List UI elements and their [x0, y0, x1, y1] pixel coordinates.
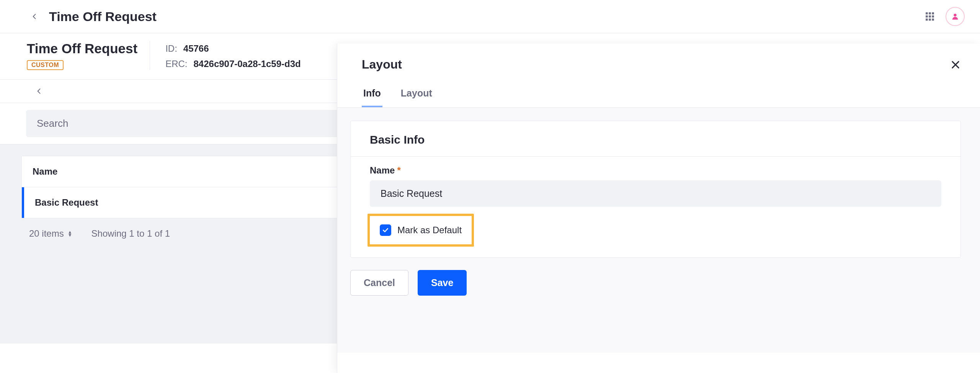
highlighted-default: Mark as Default	[368, 214, 474, 247]
object-meta: ID: 45766 ERC: 8426c907-0a28-1c59-d3d	[165, 41, 301, 69]
apps-icon[interactable]	[925, 11, 935, 21]
meta-id: ID: 45766	[165, 43, 301, 54]
name-label-row: Name *	[370, 165, 941, 176]
topbar-right	[925, 7, 965, 26]
tab-info[interactable]: Info	[362, 82, 382, 107]
avatar[interactable]	[946, 7, 965, 26]
save-button[interactable]: Save	[418, 270, 467, 296]
row-name: Basic Request	[35, 197, 98, 208]
meta-erc: ERC: 8426c907-0a28-1c59-d3d	[165, 59, 301, 69]
svg-rect-8	[932, 18, 934, 20]
panel-body: Basic Info Name * Mark as Default	[337, 108, 980, 353]
erc-value: 8426c907-0a28-1c59-d3d	[193, 59, 301, 69]
default-checkbox[interactable]	[380, 224, 391, 236]
id-value: 45766	[183, 43, 209, 54]
panel-tabs: Info Layout	[337, 82, 980, 108]
back-icon[interactable]	[31, 13, 38, 20]
page-title: Time Off Request	[49, 9, 157, 24]
subbar-back-icon[interactable]	[35, 87, 43, 95]
topbar: Time Off Request	[0, 0, 980, 33]
svg-rect-6	[926, 18, 928, 20]
svg-rect-3	[926, 15, 928, 17]
svg-rect-1	[929, 12, 931, 14]
svg-rect-7	[929, 18, 931, 20]
panel-actions: Cancel Save	[350, 270, 961, 296]
check-icon	[382, 226, 389, 234]
required-star: *	[397, 165, 400, 176]
close-icon[interactable]	[950, 59, 961, 70]
side-panel: Layout Info Layout Basic Info Name *	[337, 44, 980, 373]
custom-badge: CUSTOM	[27, 60, 64, 70]
panel-title: Layout	[362, 57, 402, 72]
panel-header: Layout	[337, 44, 980, 82]
topbar-left: Time Off Request	[31, 9, 157, 24]
name-label: Name	[370, 165, 395, 176]
svg-rect-4	[929, 15, 931, 17]
section-body: Name * Mark as Default	[351, 157, 960, 257]
erc-label: ERC:	[165, 59, 187, 69]
id-label: ID:	[165, 43, 177, 54]
object-header-left: Time Off Request CUSTOM	[27, 41, 150, 70]
items-per-page[interactable]: 20 items ▲▼	[29, 228, 72, 239]
default-checkbox-row: Mark as Default	[380, 224, 462, 236]
items-text: 20 items	[29, 228, 64, 239]
basic-info-card: Basic Info Name * Mark as Default	[350, 121, 961, 258]
name-field[interactable]	[370, 180, 941, 207]
default-label: Mark as Default	[397, 225, 462, 236]
svg-rect-2	[932, 12, 934, 14]
tab-layout[interactable]: Layout	[399, 82, 434, 107]
showing-text: Showing 1 to 1 of 1	[91, 228, 170, 239]
cancel-button[interactable]: Cancel	[350, 270, 408, 296]
sort-icon: ▲▼	[68, 231, 72, 237]
object-title: Time Off Request	[27, 41, 137, 56]
svg-point-9	[954, 14, 956, 16]
section-title: Basic Info	[351, 121, 960, 157]
svg-rect-0	[926, 12, 928, 14]
svg-rect-5	[932, 15, 934, 17]
